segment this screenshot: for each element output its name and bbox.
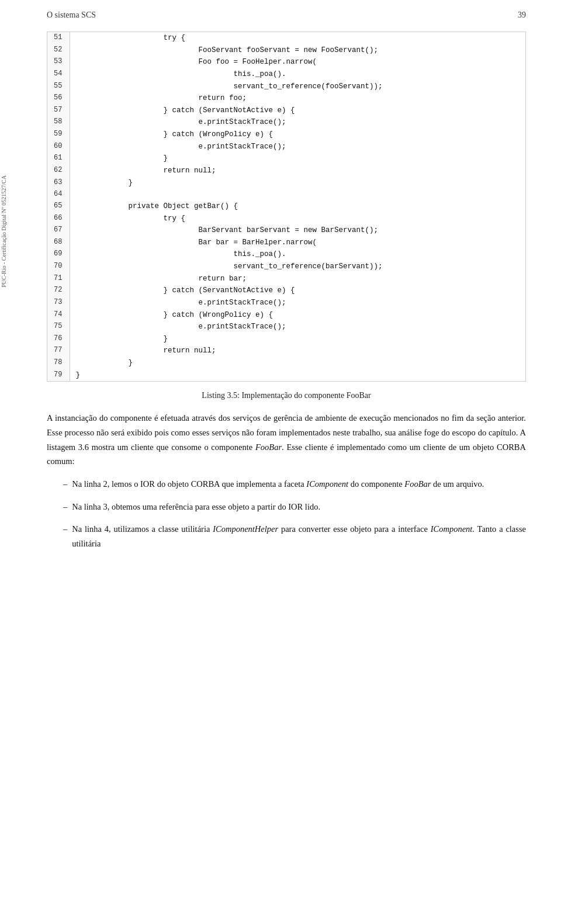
code-row: 73 e.printStackTrace(); (47, 297, 525, 309)
code-row: 69 this._poa(). (47, 248, 525, 261)
code-row: 66 try { (47, 213, 525, 225)
line-number: 77 (47, 345, 70, 357)
code-row: 77 return null; (47, 345, 525, 357)
code-listing: 51 try {52 FooServant fooServant = new F… (47, 32, 526, 382)
line-code: } catch (WrongPolicy e) { (70, 309, 525, 321)
line-number: 53 (47, 56, 70, 68)
line-code: Foo foo = FooHelper.narrow( (70, 56, 525, 68)
line-number: 73 (47, 297, 70, 309)
line-code: BarServant barServant = new BarServant()… (70, 224, 525, 237)
line-code: servant_to_reference(fooServant)); (70, 81, 525, 93)
code-row: 78 } (47, 357, 525, 369)
bullet-item-2: – Na linha 3, obtemos uma referência par… (63, 500, 526, 514)
code-row: 74 } catch (WrongPolicy e) { (47, 309, 525, 321)
line-number: 65 (47, 200, 70, 213)
line-code: Bar bar = BarHelper.narrow( (70, 237, 525, 249)
code-row: 75 e.printStackTrace(); (47, 321, 525, 333)
line-code: e.printStackTrace(); (70, 116, 525, 129)
bullet-dash-2: – (63, 500, 67, 514)
line-number: 76 (47, 333, 70, 345)
code-row: 57 } catch (ServantNotActive e) { (47, 105, 525, 117)
line-number: 64 (47, 189, 70, 200)
code-row: 70 servant_to_reference(barServant)); (47, 261, 525, 273)
code-row: 59 } catch (WrongPolicy e) { (47, 129, 525, 141)
line-code: return null; (70, 345, 525, 357)
page-title-left: O sistema SCS (47, 11, 96, 20)
line-number: 56 (47, 92, 70, 105)
code-row: 63 } (47, 177, 525, 189)
line-number: 54 (47, 68, 70, 81)
bullet-text-3: Na linha 4, utilizamos a classe utilitár… (72, 522, 526, 551)
line-number: 74 (47, 309, 70, 321)
line-number: 67 (47, 224, 70, 237)
line-code: try { (70, 213, 525, 225)
sidebar-certification: PUC-Rio - Certificação Digital Nº 052152… (0, 175, 16, 288)
code-row: 67 BarServant barServant = new BarServan… (47, 224, 525, 237)
line-number: 61 (47, 153, 70, 165)
line-code: } catch (ServantNotActive e) { (70, 105, 525, 117)
line-number: 52 (47, 44, 70, 57)
code-row: 60 e.printStackTrace(); (47, 141, 525, 153)
line-code: e.printStackTrace(); (70, 321, 525, 333)
code-row: 68 Bar bar = BarHelper.narrow( (47, 237, 525, 249)
code-row: 79} (47, 369, 525, 382)
line-number: 62 (47, 165, 70, 177)
line-number: 71 (47, 273, 70, 285)
bullet-text-2: Na linha 3, obtemos uma referência para … (72, 500, 526, 514)
line-code: } catch (ServantNotActive e) { (70, 285, 525, 297)
bullet-text-1: Na linha 2, lemos o IOR do objeto CORBA … (72, 477, 526, 492)
line-number: 66 (47, 213, 70, 225)
line-number: 79 (47, 369, 70, 382)
line-number: 68 (47, 237, 70, 249)
code-row: 71 return bar; (47, 273, 525, 285)
line-number: 60 (47, 141, 70, 153)
line-code: return null; (70, 165, 525, 177)
line-number: 75 (47, 321, 70, 333)
bullet-dash-3: – (63, 522, 67, 537)
line-code: } (70, 357, 525, 369)
line-code: this._poa(). (70, 68, 525, 81)
line-code: try { (70, 32, 525, 44)
line-code (70, 189, 525, 200)
listing-caption: Listing 3.5: Implementação do componente… (47, 391, 526, 400)
line-number: 69 (47, 248, 70, 261)
line-number: 70 (47, 261, 70, 273)
line-code: private Object getBar() { (70, 200, 525, 213)
body-paragraph-1: A instanciação do componente é efetuada … (47, 411, 526, 469)
code-row: 55 servant_to_reference(fooServant)); (47, 81, 525, 93)
line-number: 57 (47, 105, 70, 117)
bullet-item-3: – Na linha 4, utilizamos a classe utilit… (63, 522, 526, 551)
line-code: this._poa(). (70, 248, 525, 261)
bullet-item-1: – Na linha 2, lemos o IOR do objeto CORB… (63, 477, 526, 492)
code-row: 53 Foo foo = FooHelper.narrow( (47, 56, 525, 68)
line-number: 58 (47, 116, 70, 129)
line-number: 72 (47, 285, 70, 297)
line-code: FooServant fooServant = new FooServant()… (70, 44, 525, 57)
line-code: } catch (WrongPolicy e) { (70, 129, 525, 141)
line-code: servant_to_reference(barServant)); (70, 261, 525, 273)
bullet-list: – Na linha 2, lemos o IOR do objeto CORB… (63, 477, 526, 551)
line-code: } (70, 177, 525, 189)
line-number: 78 (47, 357, 70, 369)
code-row: 62 return null; (47, 165, 525, 177)
line-number: 51 (47, 32, 70, 44)
line-code: } (70, 369, 525, 382)
code-row: 61 } (47, 153, 525, 165)
line-code: e.printStackTrace(); (70, 297, 525, 309)
code-row: 65 private Object getBar() { (47, 200, 525, 213)
code-row: 56 return foo; (47, 92, 525, 105)
code-row: 52 FooServant fooServant = new FooServan… (47, 44, 525, 57)
line-number: 55 (47, 81, 70, 93)
line-code: return bar; (70, 273, 525, 285)
line-code: } (70, 333, 525, 345)
code-row: 58 e.printStackTrace(); (47, 116, 525, 129)
code-row: 54 this._poa(). (47, 68, 525, 81)
code-row: 76 } (47, 333, 525, 345)
code-row: 64 (47, 189, 525, 200)
line-code: } (70, 153, 525, 165)
line-code: e.printStackTrace(); (70, 141, 525, 153)
line-number: 63 (47, 177, 70, 189)
line-number: 59 (47, 129, 70, 141)
page-number: 39 (518, 11, 526, 20)
line-code: return foo; (70, 92, 525, 105)
